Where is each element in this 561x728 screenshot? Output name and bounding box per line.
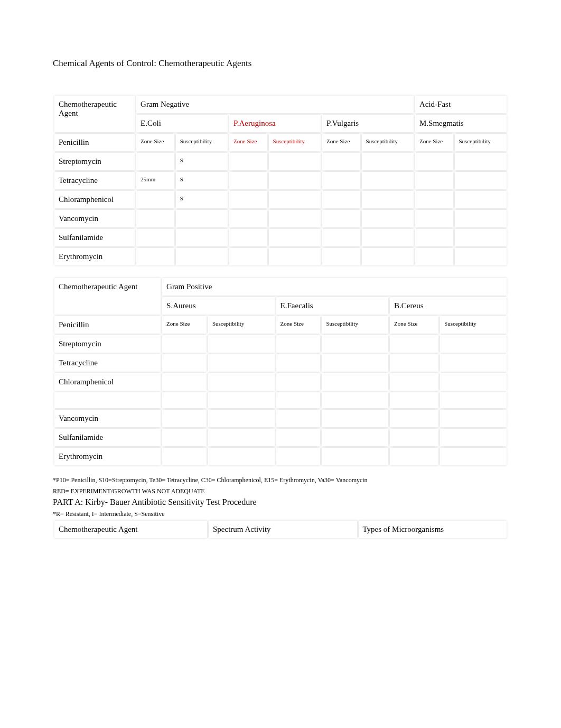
data-cell: Zone Size xyxy=(276,316,321,334)
table-row: Erythromycin xyxy=(54,248,507,265)
data-cell xyxy=(390,410,438,427)
data-cell xyxy=(362,153,414,170)
agent-cell: Chloramphenicol xyxy=(54,373,161,391)
data-cell xyxy=(208,392,275,408)
header-spectrum: Spectrum Activity xyxy=(209,521,357,538)
data-cell xyxy=(322,429,388,446)
agent-cell: Penicillin xyxy=(54,134,135,151)
data-cell xyxy=(269,191,321,208)
data-cell xyxy=(208,429,275,446)
data-cell xyxy=(362,210,414,227)
data-cell xyxy=(136,191,174,208)
data-cell xyxy=(440,392,507,408)
header-efaecalis: E.Faecalis xyxy=(276,297,388,315)
data-cell xyxy=(390,354,438,372)
table-row: Tetracycline xyxy=(54,354,507,372)
header-pvulgaris: P.Vulgaris xyxy=(322,115,414,132)
footnote-legend: *R= Resistant, I= Intermediate, S=Sensit… xyxy=(53,510,508,518)
data-cell xyxy=(276,335,321,353)
table-row: Vancomycin xyxy=(54,410,507,427)
data-cell xyxy=(322,153,360,170)
header-acid-fast: Acid-Fast xyxy=(415,96,507,113)
table-row: Erythromycin xyxy=(54,448,507,465)
header-gram-negative: Gram Negative xyxy=(136,96,414,113)
data-cell xyxy=(162,335,207,353)
data-cell xyxy=(322,392,388,408)
agent-cell: Erythromycin xyxy=(54,448,161,465)
data-cell: Zone Size xyxy=(229,134,267,151)
data-cell xyxy=(390,373,438,391)
data-cell xyxy=(229,248,267,265)
data-cell xyxy=(455,229,507,246)
table-row: Chloramphenicol xyxy=(54,373,507,391)
table-row: Vancomycin xyxy=(54,210,507,227)
data-cell xyxy=(415,172,453,189)
data-cell xyxy=(162,373,207,391)
data-cell: Susceptibility xyxy=(440,316,507,334)
data-cell xyxy=(229,172,267,189)
data-cell xyxy=(136,210,174,227)
data-cell: S xyxy=(176,191,228,208)
header-paeruginosa: P.Aeruginosa xyxy=(229,115,321,132)
data-cell xyxy=(362,172,414,189)
header-agent: Chemotherapeutic Agent xyxy=(54,521,207,538)
agent-cell: Vancomycin xyxy=(54,210,135,227)
data-cell: 25mm xyxy=(136,172,174,189)
data-cell: Susceptibility xyxy=(269,134,321,151)
data-cell: S xyxy=(176,153,228,170)
agent-cell: Streptomycin xyxy=(54,335,161,353)
header-bcereus: B.Cereus xyxy=(390,297,507,315)
table-row xyxy=(54,392,507,408)
data-cell xyxy=(176,210,228,227)
table-row: Sulfanilamide xyxy=(54,429,507,446)
agent-cell: Streptomycin xyxy=(54,153,135,170)
header-agent: Chemotherapeutic Agent xyxy=(54,96,135,132)
header-agent: Chemotherapeutic Agent xyxy=(54,278,161,315)
data-cell xyxy=(229,153,267,170)
data-cell xyxy=(269,229,321,246)
data-cell xyxy=(322,210,360,227)
data-cell: Susceptibility xyxy=(176,134,228,151)
table-row: Streptomycin xyxy=(54,335,507,353)
data-cell xyxy=(276,429,321,446)
data-cell xyxy=(415,191,453,208)
header-gram-positive: Gram Positive xyxy=(162,278,507,296)
data-cell xyxy=(415,248,453,265)
data-cell xyxy=(136,248,174,265)
table-row: ChloramphenicolS xyxy=(54,191,507,208)
data-cell xyxy=(162,429,207,446)
data-cell xyxy=(455,191,507,208)
data-cell xyxy=(276,392,321,408)
data-cell xyxy=(208,410,275,427)
data-cell xyxy=(162,448,207,465)
data-cell xyxy=(390,392,438,408)
data-cell xyxy=(362,248,414,265)
data-cell: Susceptibility xyxy=(322,316,388,334)
data-cell xyxy=(440,429,507,446)
table-gram-positive: Chemotherapeutic Agent Gram Positive S.A… xyxy=(53,277,508,467)
part-a-title: PART A: Kirby- Bauer Antibiotic Sensitiv… xyxy=(53,497,508,507)
table-spectrum: Chemotherapeutic Agent Spectrum Activity… xyxy=(53,519,508,540)
data-cell: Susceptibility xyxy=(455,134,507,151)
data-cell xyxy=(269,172,321,189)
header-ecoli: E.Coli xyxy=(136,115,228,132)
data-cell xyxy=(162,354,207,372)
data-cell xyxy=(269,153,321,170)
data-cell xyxy=(176,229,228,246)
data-cell xyxy=(276,354,321,372)
data-cell xyxy=(440,448,507,465)
table-row: Sulfanilamide xyxy=(54,229,507,246)
data-cell xyxy=(322,172,360,189)
agent-cell: Erythromycin xyxy=(54,248,135,265)
data-cell xyxy=(455,210,507,227)
data-cell xyxy=(136,229,174,246)
data-cell xyxy=(276,373,321,391)
footnote-codes: *P10= Penicillin, S10=Streptomycin, Te30… xyxy=(53,476,508,484)
agent-cell: Tetracycline xyxy=(54,354,161,372)
data-cell xyxy=(322,373,388,391)
data-cell xyxy=(415,153,453,170)
data-cell xyxy=(390,429,438,446)
header-msmegmatis: M.Smegmatis xyxy=(415,115,507,132)
data-cell xyxy=(276,448,321,465)
data-cell xyxy=(440,354,507,372)
